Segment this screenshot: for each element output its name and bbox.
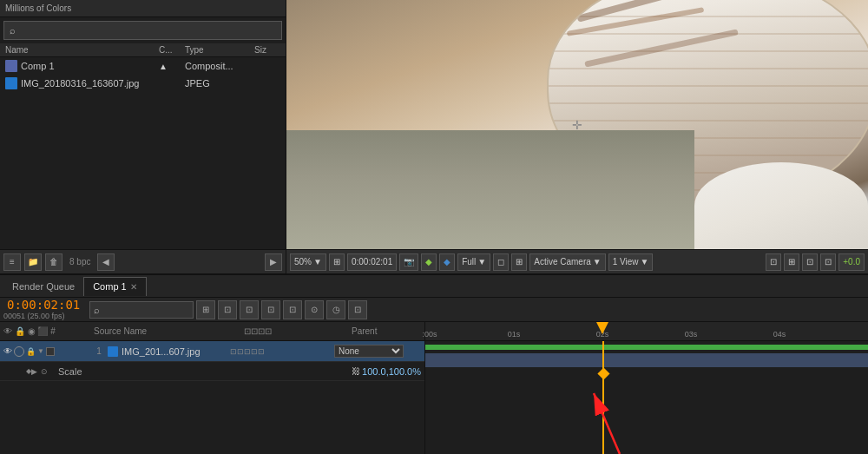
link-icon: ⛓ [352, 366, 360, 376]
timeline-tool-2[interactable]: ⊡ [218, 300, 237, 319]
visibility-icon[interactable]: 👁 [3, 346, 12, 356]
lock-header-icon: 🔒 [15, 326, 25, 336]
exposure-button[interactable]: ◻ [493, 253, 509, 271]
time-tracks [425, 341, 868, 454]
solo-button[interactable] [14, 346, 24, 357]
plate-shape [694, 162, 868, 249]
panel-settings-button[interactable]: ≡ [3, 253, 21, 271]
camera-icon-btn[interactable]: 📷 [399, 253, 418, 271]
layer-number: 1 [90, 346, 108, 356]
dropdown-arrow-icon: ▼ [313, 257, 322, 266]
views-control[interactable]: 1 View ▼ [608, 253, 654, 271]
comp-btn[interactable]: ⊡ [820, 253, 836, 271]
layer-color-swatch [46, 347, 55, 356]
timeline-tabs: Render Queue Comp 1 ✕ [0, 275, 868, 298]
comp-icon [5, 60, 17, 72]
controls-header: ⊡⊡⊡⊡ [244, 326, 348, 336]
lock-icon[interactable]: 🔒 [26, 347, 36, 356]
dropdown-arrow-icon4: ▼ [641, 257, 649, 266]
sublayer-stopwatch-icon: ⊙ [41, 367, 48, 376]
layer-icons: 👁 🔒 ▼ [3, 346, 90, 357]
parent-select[interactable]: None [334, 345, 404, 358]
list-item[interactable]: Comp 1 ▲ Composit... [0, 57, 286, 75]
timecode-display[interactable]: 0:00:02:01 [347, 253, 397, 271]
scroll-left-button[interactable]: ◀ [97, 253, 115, 271]
panel-header: Millions of Colors [0, 0, 286, 17]
tab-comp1[interactable]: Comp 1 ✕ [83, 277, 147, 296]
ruler-mark-1s: 01s [508, 330, 521, 339]
zoom-control[interactable]: 50% ▼ [290, 253, 326, 271]
time-area: :00s 01s 02s 03s 04s [425, 322, 868, 454]
arrow-annotation [576, 385, 646, 454]
dropdown-arrow-icon2: ▼ [477, 257, 486, 266]
timeline-toolbar: 0:00:02:01 00051 (25.00 fps) ⌕ ⊞ ⊡ ⊡ ⊡ ⊡… [0, 298, 868, 322]
timeline-tool-1[interactable]: ⊞ [196, 300, 215, 319]
project-search-bar[interactable]: ⌕ [3, 21, 282, 40]
timeline-tool-4[interactable]: ⊡ [261, 300, 280, 319]
fit-button[interactable]: ⊞ [329, 253, 345, 271]
color-channel-blue[interactable]: ◆ [439, 253, 455, 271]
layer-row[interactable]: 👁 🔒 ▼ 1 IMG_201...607.jpg ⊡⊡⊡⊡⊡ None [0, 341, 424, 362]
color-channel-green[interactable]: ◆ [421, 253, 437, 271]
ruler-mark-0s: :00s [423, 330, 437, 339]
panel-toolbar-bottom: ≡ 📁 🗑 8 bpc ◀ ▶ [0, 249, 286, 273]
timeline-tool-7[interactable]: ◷ [326, 300, 345, 319]
scroll-right-button[interactable]: ▶ [265, 253, 282, 271]
solo-header-icon: ◉ [28, 326, 36, 336]
sublayer-row: ◆ ▶ ⊙ Scale ⛓ 100.0,100.0% [0, 362, 424, 381]
source-name-header: Source Name [94, 326, 240, 336]
search-icon: ⌕ [10, 25, 16, 36]
expand-arrow-icon[interactable]: ▼ [37, 347, 44, 355]
jpeg-icon [5, 77, 17, 89]
keyframe-diamond [597, 367, 609, 379]
viewer-panel: ✛ 50% ▼ ⊞ 0:00:02:01 📷 ◆ ◆ Full ▼ ◻ ⊞ Ac… [286, 0, 868, 273]
crosshair-icon: ✛ [569, 116, 586, 134]
file-list: Comp 1 ▲ Composit... IMG_20180316_163607… [0, 57, 286, 249]
layer-header: 👁 🔒 ◉ ⬛ # Source Name ⊡⊡⊡⊡ Parent [0, 322, 424, 341]
trash-button[interactable]: 🗑 [45, 253, 62, 271]
offset-display[interactable]: +0.0 [838, 253, 865, 271]
file-list-header: Name C... Type Siz [0, 43, 286, 57]
timeline-tool-5[interactable]: ⊡ [283, 300, 302, 319]
project-panel: Millions of Colors ⌕ Name C... Type Siz … [0, 0, 286, 273]
surface [286, 130, 694, 249]
grid-button[interactable]: ⊞ [511, 253, 527, 271]
viewer-area: ✛ [286, 0, 868, 249]
timeline-tool-8[interactable]: ⊡ [348, 300, 367, 319]
3d-view-btn[interactable]: ⊞ [784, 253, 799, 271]
layer-file-icon [108, 346, 118, 357]
eye-header-icon: 👁 [3, 326, 12, 336]
tab-close-button[interactable]: ✕ [130, 282, 137, 292]
view-mode-control[interactable]: Full ▼ [457, 253, 490, 271]
timeline-tool-6[interactable]: ⊙ [305, 300, 324, 319]
layout-btn[interactable]: ⊡ [802, 253, 818, 271]
timeline-body: 👁 🔒 ◉ ⬛ # Source Name ⊡⊡⊡⊡ Parent 👁 🔒 [0, 322, 868, 454]
dropdown-arrow-icon3: ▼ [593, 257, 602, 266]
new-folder-button[interactable]: 📁 [24, 253, 42, 271]
work-area-bar [425, 345, 868, 350]
timeline-search-input[interactable] [100, 305, 189, 314]
viewer-toolbar: 50% ▼ ⊞ 0:00:02:01 📷 ◆ ◆ Full ▼ ◻ ⊞ Acti… [286, 249, 868, 273]
tab-render-queue[interactable]: Render Queue [3, 279, 83, 294]
render-icons[interactable]: ⊡ [766, 253, 781, 271]
layer-parent: None [334, 345, 421, 358]
timecode-block: 0:00:02:01 00051 (25.00 fps) [3, 298, 87, 321]
viewer-image: ✛ [286, 0, 868, 249]
layer-track-bar [425, 353, 868, 367]
num-header: # [50, 326, 56, 336]
sublayer-toggle-icon: ▶ [31, 367, 37, 376]
list-item[interactable]: IMG_20180316_163607.jpg JPEG [0, 75, 286, 92]
ruler-mark-4s: 04s [773, 330, 786, 339]
timeline-section: Render Queue Comp 1 ✕ 0:00:02:01 00051 (… [0, 273, 868, 454]
project-search-input[interactable] [16, 25, 276, 36]
time-ruler: :00s 01s 02s 03s 04s [425, 322, 868, 341]
layer-label: IMG_201...607.jpg [108, 346, 230, 357]
ruler-mark-3s: 03s [685, 330, 698, 339]
svg-line-1 [594, 393, 620, 454]
timeline-search[interactable]: ⌕ [89, 301, 194, 319]
layer-controls: ⊡⊡⊡⊡⊡ [230, 347, 334, 356]
parent-header: Parent [352, 326, 421, 336]
timeline-tool-3[interactable]: ⊡ [240, 300, 259, 319]
active-camera-control[interactable]: Active Camera ▼ [529, 253, 605, 271]
color-header-icon: ⬛ [37, 326, 48, 336]
